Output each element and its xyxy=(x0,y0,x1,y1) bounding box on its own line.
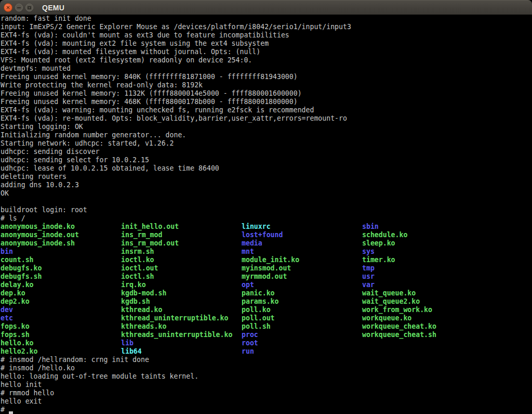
file-entry-exec: schedule.ko xyxy=(362,231,407,239)
minimize-button[interactable] xyxy=(15,4,23,11)
file-entry-exec: timer.ko xyxy=(362,256,395,264)
close-button[interactable]: ✕ xyxy=(4,3,12,12)
file-listing-row: dep.kokgdb-mod.shpanic.kowait_queue.ko xyxy=(0,289,532,297)
file-entry-dir: run xyxy=(242,347,254,356)
login-line: buildroot login: root xyxy=(0,206,532,214)
window-controls: ✕ xyxy=(0,3,33,12)
file-entry-exec: kgdb.sh xyxy=(121,297,150,306)
file-entry-exec: count.sh xyxy=(1,256,34,264)
file-entry-dir: usr xyxy=(362,273,375,281)
file-listing-row: delay.koirq.kooptvar xyxy=(0,281,532,289)
file-entry-dir: tmp xyxy=(362,264,375,273)
file-entry-exec: anonymous_inode.sh xyxy=(1,239,75,248)
file-entry-dir: sys xyxy=(362,248,375,256)
file-entry-dir: mnt xyxy=(242,248,254,256)
shell-output-line: hello init xyxy=(0,381,532,389)
file-entry-exec: poll.ko xyxy=(242,306,271,314)
shell-output-line: hello: loading out-of-tree module taints… xyxy=(0,372,532,381)
boot-message-line: Starting network: udhcpc: started, v1.26… xyxy=(0,139,532,148)
file-listing-row: count.shioctl.komodule_init.kotimer.ko xyxy=(0,256,532,264)
file-entry-exec: sleep.ko xyxy=(362,239,395,248)
file-entry-exec: dep.ko xyxy=(1,289,25,297)
file-entry-exec: kthread.ko xyxy=(121,306,162,314)
file-entry-dir: dev xyxy=(1,306,13,314)
file-entry-exec: wait_queue2.ko xyxy=(362,297,420,306)
boot-message-line: deleting routers xyxy=(0,173,532,181)
file-entry-exec: panic.ko xyxy=(242,289,275,297)
file-listing-row: anonymous_inode.shins_rm_mod.outmediasle… xyxy=(0,239,532,248)
file-entry-dir: lost+found xyxy=(242,231,283,239)
shell-output-line: hello exit xyxy=(0,397,532,406)
shell-output-line: # insmod /hellrandom: crng init done xyxy=(0,356,532,364)
boot-message-line: Freeing unused kernel memory: 1132K (fff… xyxy=(0,89,532,98)
boot-message-line: EXT4-fs (vda): mounting ext2 file system… xyxy=(0,40,532,48)
boot-message-line: devtmpfs: mounted xyxy=(0,64,532,73)
shell-prompt-line: # xyxy=(0,406,532,414)
boot-message-line: EXT4-fs (vda): mounted filesystem withou… xyxy=(0,48,532,56)
file-entry-dir: lib xyxy=(121,339,134,347)
file-entry-exec: anonymous_inode.ko xyxy=(1,223,75,231)
boot-message-line: adding dns 10.0.2.3 xyxy=(0,181,532,189)
boot-message-line: OK xyxy=(0,189,532,198)
file-entry-exec: poll.out xyxy=(242,314,275,322)
file-entry-exec: ins_rm_mod.out xyxy=(121,239,179,248)
shell-command-line: # ls / xyxy=(0,214,532,223)
file-listing-row: anonymous_inode.outins_rm_modlost+founds… xyxy=(0,231,532,239)
file-entry-exec: workqueue.ko xyxy=(362,314,411,322)
boot-message-line: VFS: Mounted root (ext2 filesystem) read… xyxy=(0,56,532,64)
file-listing-row: fops.kokthreads.kopoll.shworkqueue_cheat… xyxy=(0,322,532,331)
boot-message-line: Initializing random number generator... … xyxy=(0,131,532,139)
file-listing-row: etckthread_uninterruptible.kopoll.outwor… xyxy=(0,314,532,322)
file-entry-exec: fops.ko xyxy=(1,322,30,331)
boot-message-line: udhcpc: sending discover xyxy=(0,148,532,156)
file-listing-row: anonymous_inode.koinit_hello.outlinuxrcs… xyxy=(0,223,532,231)
file-listing-row: devkthread.kopoll.kowork_from_work.ko xyxy=(0,306,532,314)
file-entry-dir: media xyxy=(242,239,262,248)
blank-line xyxy=(0,198,532,206)
file-entry-exec: ioctl.out xyxy=(121,264,158,273)
file-entry-exec: kthread_uninterruptible.ko xyxy=(121,314,228,322)
terminal-screen[interactable]: random: fast init doneinput: ImExPS/2 Ge… xyxy=(0,15,532,414)
boot-message-line: Freeing unused kernel memory: 840K (ffff… xyxy=(0,73,532,81)
shell-output-line: # insmod /hello.ko xyxy=(0,364,532,372)
file-entry-exec: kthreads.ko xyxy=(121,322,166,331)
file-entry-exec: dep2.ko xyxy=(1,297,30,306)
file-entry-exec: hello.ko xyxy=(1,339,34,347)
file-entry-exec: delay.ko xyxy=(1,281,34,289)
file-entry-dir: var xyxy=(362,281,375,289)
file-entry-exec: workqueue_cheat.sh xyxy=(362,331,436,339)
file-entry-dir: proc xyxy=(242,331,258,339)
file-listing-row: hello2.kolib64run xyxy=(0,347,532,356)
file-entry-exec: fops.sh xyxy=(1,331,30,339)
file-listing-row: debugfs.koioctl.outmyinsmod.outtmp xyxy=(0,264,532,273)
file-entry-exec: workqueue_cheat.ko xyxy=(362,322,436,331)
file-entry-link: lib64 xyxy=(121,347,142,356)
window-title: QEMU xyxy=(42,4,64,12)
file-entry-exec: init_hello.out xyxy=(121,223,179,231)
minimize-icon xyxy=(17,7,21,8)
boot-message-line: input: ImExPS/2 Generic Explorer Mouse a… xyxy=(0,23,532,31)
file-entry-exec: irq.ko xyxy=(121,281,146,289)
qemu-window: ✕ QEMU random: fast init doneinput: ImEx… xyxy=(0,0,532,414)
file-entry-dir: opt xyxy=(242,281,254,289)
file-listing-row: bininsrm.shmntsys xyxy=(0,248,532,256)
text-cursor xyxy=(9,411,13,414)
titlebar[interactable]: ✕ QEMU xyxy=(0,0,532,15)
file-entry-exec: myinsmod.out xyxy=(242,264,291,273)
file-listing-row: fops.shkthreads_uninterruptible.koprocwo… xyxy=(0,331,532,339)
file-listing-row: hello.kolibroot xyxy=(0,339,532,347)
file-listing-row: debugfs.shioctl.shmyrmmod.outusr xyxy=(0,273,532,281)
boot-message-line: EXT4-fs (vda): warning: mounting uncheck… xyxy=(0,106,532,114)
file-entry-exec: anonymous_inode.out xyxy=(1,231,79,239)
file-entry-dir: sbin xyxy=(362,223,379,231)
file-entry-dir: etc xyxy=(1,314,13,322)
file-entry-exec: insrm.sh xyxy=(121,248,154,256)
file-entry-exec: kgdb-mod.sh xyxy=(121,289,166,297)
file-entry-exec: params.ko xyxy=(242,297,278,306)
file-entry-exec: ioctl.sh xyxy=(121,273,154,281)
boot-message-line: random: fast init done xyxy=(0,15,532,23)
file-entry-exec: kthreads_uninterruptible.ko xyxy=(121,331,232,339)
boot-message-line: Freeing unused kernel memory: 468K (ffff… xyxy=(0,98,532,106)
boot-message-line: Write protecting the kernel read-only da… xyxy=(0,81,532,89)
maximize-button[interactable] xyxy=(25,4,33,11)
